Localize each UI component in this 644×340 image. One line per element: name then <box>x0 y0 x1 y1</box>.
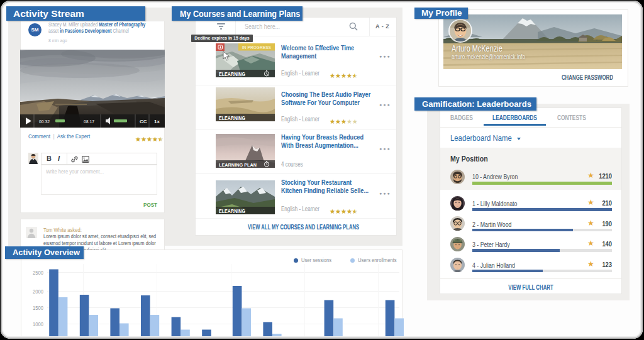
svg-text:ELEARNING: ELEARNING <box>219 72 245 77</box>
svg-text:08:17: 08:17 <box>84 119 94 124</box>
svg-text:IN PROGRESS: IN PROGRESS <box>242 45 271 50</box>
svg-text:ELEARNING: ELEARNING <box>219 209 245 214</box>
svg-text:ELEARNING: ELEARNING <box>219 116 245 121</box>
svg-text:00:32: 00:32 <box>39 119 50 124</box>
svg-text:LEARNING PLAN: LEARNING PLAN <box>219 162 257 168</box>
svg-text:CC: CC <box>140 119 147 124</box>
svg-text:1x: 1x <box>154 119 160 124</box>
